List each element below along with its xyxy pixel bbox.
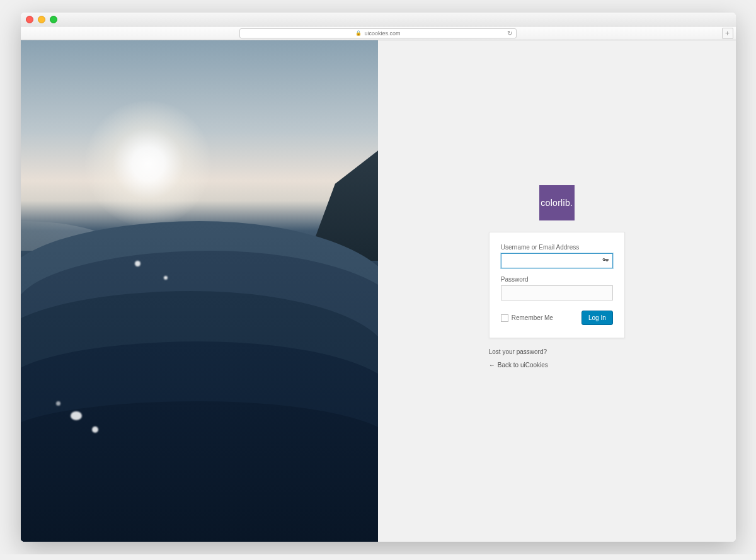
lock-icon: 🔒 — [355, 30, 362, 36]
brand-logo[interactable]: colorlib. — [539, 185, 575, 220]
login-panel: colorlib. Username or Email Address Pass… — [378, 40, 736, 542]
form-footer: Remember Me Log In — [501, 311, 613, 325]
username-label: Username or Email Address — [501, 244, 613, 251]
login-button[interactable]: Log In — [581, 311, 613, 325]
login-form: Username or Email Address Password Remem… — [489, 232, 625, 338]
secondary-links: Lost your password? ←Back to uiCookies — [489, 348, 625, 375]
password-input[interactable] — [501, 285, 613, 300]
minimize-window-button[interactable] — [38, 16, 45, 23]
sparkle — [71, 411, 82, 420]
page-content: colorlib. Username or Email Address Pass… — [21, 40, 736, 542]
sparkle — [92, 426, 98, 433]
wave — [21, 401, 379, 542]
address-bar[interactable]: 🔒 uicookies.com — [239, 28, 517, 38]
arrow-left-icon: ← — [489, 362, 495, 369]
sun-glow — [85, 101, 211, 227]
hero-image — [21, 40, 379, 542]
username-input-wrap — [501, 253, 613, 276]
password-label: Password — [501, 276, 613, 283]
maximize-window-button[interactable] — [50, 16, 57, 23]
window-titlebar — [21, 13, 736, 26]
new-tab-button[interactable]: + — [722, 28, 733, 39]
remember-checkbox[interactable] — [501, 314, 508, 322]
browser-toolbar: 🔒 uicookies.com ↻ + — [21, 26, 736, 40]
url-host: uicookies.com — [364, 30, 400, 37]
sparkle — [164, 276, 168, 280]
lost-password-link[interactable]: Lost your password? — [489, 348, 625, 355]
username-input[interactable] — [501, 253, 613, 268]
browser-window: 🔒 uicookies.com ↻ + colorlib. — [21, 13, 736, 542]
close-window-button[interactable] — [26, 16, 33, 23]
remember-label: Remember Me — [512, 314, 553, 321]
back-to-site-link[interactable]: ←Back to uiCookies — [489, 362, 625, 369]
window-controls — [26, 16, 57, 23]
reload-button[interactable]: ↻ — [505, 29, 514, 38]
brand-logo-text: colorlib. — [541, 198, 573, 208]
back-link-text: Back to uiCookies — [498, 362, 548, 369]
remember-me[interactable]: Remember Me — [501, 314, 553, 322]
